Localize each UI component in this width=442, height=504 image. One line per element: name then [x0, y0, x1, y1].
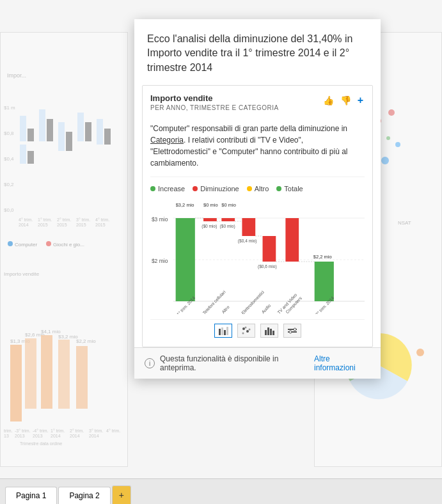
chart-type-waterfall[interactable]: [214, 324, 232, 338]
card-description: "Computer" responsabili di gran parte de…: [150, 123, 365, 177]
chart-type-scatter[interactable]: [237, 324, 255, 338]
page-add-tab-button[interactable]: +: [112, 485, 131, 504]
popup-header: Ecco l'analisi della diminuzione del 31,…: [134, 19, 381, 85]
svg-text:2015: 2015: [57, 223, 67, 227]
bg-left-chart: Impor... $1 m $0,8 $0,4 $0,2 $0,0 4° tri…: [0, 32, 128, 467]
legend-label-increase: Increase: [158, 185, 185, 193]
info-bar: i Questa funzionalità è disponibile in a…: [134, 347, 381, 379]
svg-point-66: [388, 109, 395, 116]
page-tab-1[interactable]: Pagina 1: [5, 487, 57, 504]
info-link[interactable]: Altre informazioni: [314, 354, 370, 372]
svg-text:2013: 2013: [33, 434, 43, 438]
svg-rect-122: [265, 330, 267, 335]
svg-text:Trimestre data ordine: Trimestre data ordine: [20, 441, 62, 446]
svg-text:($0,4 mio): ($0,4 mio): [238, 239, 257, 244]
svg-text:$0,4: $0,4: [4, 156, 14, 162]
svg-point-118: [246, 330, 249, 333]
waterfall-chart: $3 mio $2 mio $3,2 mio $0 mio $0 mio ($0…: [150, 199, 365, 314]
svg-text:$1 m: $1 m: [4, 105, 15, 111]
info-icon: i: [145, 358, 155, 368]
svg-text:$3,2 mio: $3,2 mio: [58, 334, 78, 340]
svg-rect-16: [97, 119, 103, 145]
svg-text:13: 13: [4, 434, 9, 438]
inner-card-header: Importo vendite PER ANNO, TRIMESTRE E CA…: [150, 93, 365, 118]
svg-rect-98: [263, 236, 276, 262]
svg-rect-13: [66, 132, 72, 151]
inner-chart-card: Importo vendite PER ANNO, TRIMESTRE E CA…: [142, 85, 373, 347]
svg-rect-115: [224, 330, 226, 335]
svg-text:$0 mio: $0 mio: [203, 202, 218, 208]
svg-text:$2,2 mio: $2,2 mio: [76, 338, 96, 344]
svg-text:2014: 2014: [70, 434, 80, 438]
svg-point-119: [244, 327, 246, 329]
svg-text:Altro: Altro: [221, 304, 230, 314]
svg-text:Audio: Audio: [261, 303, 272, 314]
svg-rect-9: [28, 151, 34, 164]
svg-rect-8: [20, 145, 26, 164]
svg-point-120: [248, 329, 250, 331]
bar-q1-2014: [176, 218, 195, 301]
description-text-start: "Computer" responsabili di gran parte de…: [150, 124, 347, 133]
svg-text:2014: 2014: [19, 223, 29, 227]
chart-svg: $3 mio $2 mio $3,2 mio $0 mio $0 mio ($0…: [150, 199, 365, 314]
svg-rect-11: [47, 119, 53, 141]
svg-text:$0,8: $0,8: [4, 130, 14, 136]
svg-text:$3 mio: $3 mio: [152, 216, 168, 223]
svg-point-70: [386, 136, 390, 140]
svg-text:Giochi e gio...: Giochi e gio...: [53, 242, 84, 248]
svg-text:2013: 2013: [15, 434, 25, 438]
legend-dot-diminuzione: [193, 186, 198, 191]
legend-item-totale: Totale: [276, 185, 303, 193]
svg-point-29: [8, 241, 13, 246]
info-text: Questa funzionalità è disponibile in ant…: [160, 354, 309, 372]
svg-point-31: [46, 241, 51, 246]
svg-rect-10: [39, 109, 45, 141]
page-tab-2[interactable]: Pagina 2: [58, 487, 110, 504]
svg-text:2° trim.: 2° trim.: [57, 217, 71, 222]
svg-text:3° trim.: 3° trim.: [76, 217, 90, 222]
inner-card-subtitle: PER ANNO, TRIMESTRE E CATEGORIA: [150, 104, 279, 111]
chart-type-bar[interactable]: [260, 324, 278, 338]
svg-rect-89: [203, 218, 217, 221]
svg-text:2014: 2014: [89, 434, 99, 438]
thumbs-up-button[interactable]: 👍: [322, 94, 335, 107]
chart-type-selector: [150, 319, 365, 342]
svg-point-128: [289, 331, 292, 333]
svg-rect-116: [226, 327, 228, 335]
legend-label-altro: Altro: [255, 185, 269, 193]
svg-text:4° trim.: 4° trim.: [106, 429, 120, 433]
svg-text:$2,2 mio: $2,2 mio: [313, 254, 332, 260]
legend-item-diminuzione: Diminuzione: [193, 185, 239, 193]
legend-dot-totale: [276, 186, 281, 191]
svg-rect-14: [77, 113, 84, 141]
svg-rect-38: [10, 345, 22, 421]
svg-rect-42: [76, 346, 88, 409]
legend-dot-altro: [247, 186, 252, 191]
svg-text:($0 mio): ($0 mio): [201, 224, 217, 229]
legend-label-diminuzione: Diminuzione: [200, 185, 239, 193]
legend-label-totale: Totale: [284, 185, 303, 193]
svg-rect-125: [272, 331, 274, 335]
svg-point-79: [416, 349, 424, 356]
svg-text:2015: 2015: [38, 223, 48, 227]
svg-text:-4° trim.: -4° trim.: [33, 429, 49, 433]
svg-text:1° trim.: 1° trim.: [38, 217, 52, 222]
inner-card-title: Importo vendite: [150, 93, 279, 103]
svg-rect-123: [267, 327, 269, 335]
thumbs-down-button[interactable]: 👎: [339, 94, 352, 107]
svg-text:Importo vendite: Importo vendite: [4, 271, 40, 277]
svg-text:$2 mio: $2 mio: [152, 258, 168, 264]
svg-rect-39: [25, 338, 36, 409]
svg-text:($0 mio): ($0 mio): [220, 224, 235, 229]
svg-text:2015: 2015: [76, 223, 86, 227]
legend-item-altro: Altro: [247, 185, 269, 193]
svg-rect-17: [104, 129, 111, 145]
chart-type-other[interactable]: [283, 324, 301, 338]
main-popup-card: Ecco l'analisi della diminuzione del 31,…: [134, 19, 381, 379]
svg-text:$0 mio: $0 mio: [221, 202, 236, 208]
svg-point-74: [381, 157, 389, 164]
svg-text:-3° trim.: -3° trim.: [15, 429, 31, 433]
svg-rect-15: [85, 122, 91, 141]
svg-text:1° trim.: 1° trim.: [51, 429, 65, 433]
add-button[interactable]: +: [356, 93, 365, 107]
